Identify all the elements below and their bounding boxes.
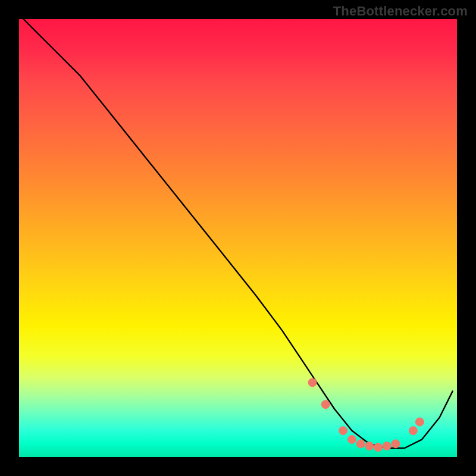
curve-marker: [308, 378, 317, 387]
bottleneck-curve: [23, 19, 452, 448]
curve-marker: [392, 440, 400, 448]
plot-area: [19, 19, 457, 457]
chart-frame: TheBottlenecker.com: [0, 0, 476, 476]
curve-marker: [415, 418, 424, 426]
curve-marker: [339, 427, 347, 435]
curve-marker: [409, 427, 417, 435]
curve-marker: [365, 442, 374, 450]
watermark-text: TheBottlenecker.com: [333, 4, 468, 19]
curve-marker: [321, 400, 330, 409]
curve-marker: [356, 440, 365, 448]
curve-layer: [19, 19, 457, 457]
curve-marker: [374, 443, 383, 452]
curve-marker: [383, 442, 391, 450]
curve-marker: [347, 436, 356, 444]
